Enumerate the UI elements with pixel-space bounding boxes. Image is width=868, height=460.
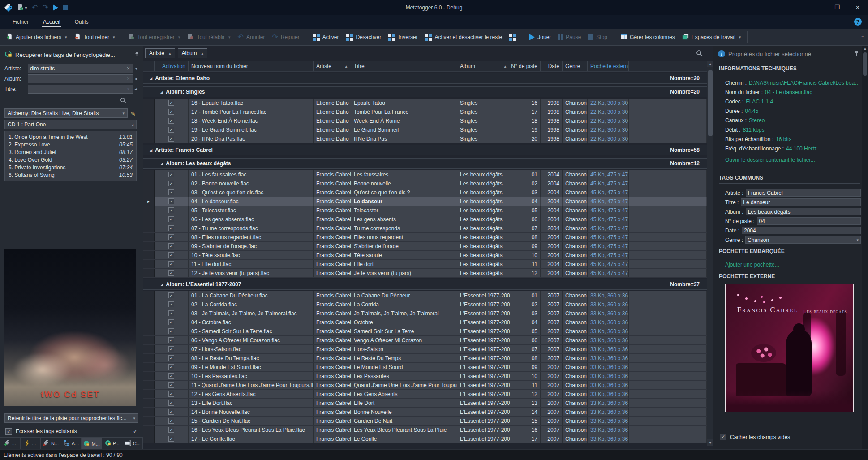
activation-checkbox[interactable]: ✓ <box>168 243 174 249</box>
activation-checkbox[interactable]: ✓ <box>168 100 174 106</box>
cover-link[interactable]: 33 Ko, 360 x 360 <box>590 328 629 335</box>
track-list-item[interactable]: 5. Private Investigations07:34 <box>9 163 133 171</box>
column-header-activation[interactable]: Activation <box>155 61 189 71</box>
disc-selector[interactable]: CD 1 : Part One◂ <box>4 120 137 129</box>
activation-checkbox[interactable]: ✓ <box>168 400 174 406</box>
activation-checkbox[interactable]: ✓ <box>168 198 174 204</box>
save-quick-button[interactable]: ▾ <box>17 3 27 13</box>
table-row[interactable]: ✓05 - Samedi Soir Sur La Terre.flacFranc… <box>143 327 707 336</box>
column-header-album[interactable]: Album▲ <box>457 61 510 71</box>
cover-link[interactable]: 45 Ko, 475 x 475 <box>590 189 629 196</box>
expander-icon[interactable]: ◢ <box>150 148 152 152</box>
hide-empty-fields-checkbox[interactable]: ✓ <box>720 434 726 440</box>
activation-checkbox[interactable]: ✓ <box>168 418 174 424</box>
tool-tab-5[interactable]: P... <box>102 438 123 449</box>
cover-link[interactable]: 45 Ko, 475 x 475 <box>590 234 629 241</box>
scroll-up-icon[interactable]: ▲ <box>707 61 713 67</box>
table-row[interactable]: ✓16 - Epaule Tatoo.flacEtienne DahoEpaul… <box>143 99 707 107</box>
cover-link[interactable]: 22 Ko, 300 x 300 <box>590 127 629 133</box>
activation-checkbox[interactable]: ✓ <box>168 252 174 258</box>
table-row[interactable]: ✓17 - Tombé Pour La France.flacEtienne D… <box>143 107 707 116</box>
table-row[interactable]: ✓11 - Elle dort.flacFrancis CabrelElle d… <box>143 260 707 269</box>
cover-link[interactable]: 33 Ko, 360 x 360 <box>590 400 629 406</box>
cover-link[interactable]: 33 Ko, 360 x 360 <box>590 337 629 344</box>
undo-quick-button[interactable]: ↶ <box>32 3 38 13</box>
activation-checkbox[interactable]: ✓ <box>168 207 174 213</box>
activate-button[interactable]: Activer <box>309 32 343 43</box>
table-row[interactable]: ✓16 - Les Yeux Bleus Pleurant Sous La Pl… <box>143 426 707 434</box>
activation-checkbox[interactable]: ✓ <box>168 337 174 343</box>
scrollbar-thumb[interactable] <box>708 70 713 136</box>
pin-icon[interactable] <box>854 50 859 57</box>
group-chip-artiste[interactable]: Artiste▴ <box>145 48 175 58</box>
tool-tab-3[interactable]: A... <box>61 438 82 449</box>
activation-checkbox[interactable]: ✓ <box>168 319 174 325</box>
grid-search-icon[interactable] <box>696 50 703 58</box>
activation-checkbox[interactable]: ✓ <box>168 409 174 415</box>
column-header-date[interactable]: Date <box>541 61 563 71</box>
tag-input-album[interactable]: Les beaux dégâts <box>746 208 861 215</box>
activation-checkbox[interactable]: ✓ <box>168 172 174 177</box>
chevron-left-icon[interactable]: ◂ <box>133 86 138 91</box>
activation-checkbox[interactable]: ✓ <box>168 109 174 115</box>
group-header-album[interactable]: ◢Album: L'Essentiel 1977-2007Nombre=37 <box>143 278 707 291</box>
apply-check-icon[interactable]: ✓ <box>133 428 138 434</box>
ribbon-collapse-icon[interactable]: ⌄ <box>861 33 864 38</box>
group-chip-album[interactable]: Album▴ <box>178 48 208 58</box>
column-header-title[interactable]: Titre <box>351 61 457 71</box>
tag-input-date[interactable]: 2004 <box>742 227 861 234</box>
group-header-album[interactable]: ◢Album: Les beaux dégâtsNombre=12 <box>143 157 707 170</box>
activation-checkbox[interactable]: ✓ <box>168 234 174 240</box>
menu-tab-outils[interactable]: Outils <box>68 16 96 29</box>
minimize-button[interactable]: — <box>806 0 827 15</box>
redo-quick-button[interactable]: ↷ <box>42 3 48 13</box>
scroll-down-icon[interactable]: ▼ <box>707 439 713 446</box>
tool-tab-6[interactable]: C... <box>122 438 143 449</box>
table-row[interactable]: ✓08 - Elles nous regardent.flacFrancis C… <box>143 233 707 242</box>
table-row[interactable]: ✓10 - Tête saoule.flacFrancis CabrelTête… <box>143 251 707 260</box>
activation-checkbox[interactable]: ✓ <box>168 270 174 276</box>
cover-link[interactable]: 45 Ko, 475 x 475 <box>590 225 629 232</box>
cover-link[interactable]: 33 Ko, 360 x 360 <box>590 391 629 397</box>
chevron-left-icon[interactable]: ◂ <box>133 76 138 81</box>
play-quick-button[interactable] <box>53 3 58 13</box>
track-list-item[interactable]: 3. Romeo and Juliet08:17 <box>9 148 133 156</box>
cover-link[interactable]: 33 Ko, 360 x 360 <box>590 292 629 299</box>
activation-checkbox[interactable]: ✓ <box>168 181 174 186</box>
activation-checkbox[interactable]: ✓ <box>168 301 174 307</box>
group-header-artist[interactable]: ◢Artiste: Francis CabrelNombre=58 <box>143 143 707 157</box>
table-row[interactable]: ✓08 - Le Reste Du Temps.flacFrancis Cabr… <box>143 354 707 363</box>
table-row[interactable]: ✓07 - Tu me corresponds.flacFrancis Cabr… <box>143 224 707 233</box>
column-header-track[interactable]: N° de piste <box>510 61 541 71</box>
column-header-genre[interactable]: Genre <box>563 61 588 71</box>
add-cover-link[interactable]: Ajouter une pochette... <box>725 262 779 268</box>
overwrite-tags-checkbox[interactable]: ✓ <box>5 428 12 435</box>
cover-link[interactable]: 33 Ko, 360 x 360 <box>590 319 629 326</box>
scrollbar-thumb[interactable] <box>863 52 867 76</box>
manage-columns-button[interactable]: Gérer les colonnes <box>617 31 679 43</box>
panel-scrollbar[interactable]: ▲ <box>862 46 868 449</box>
field-input-titre[interactable]: × <box>28 85 133 94</box>
cover-link[interactable]: 33 Ko, 360 x 360 <box>590 301 629 308</box>
group-header-album[interactable]: ◢Album: SinglesNombre=20 <box>143 85 707 99</box>
clear-icon[interactable]: × <box>126 65 131 72</box>
cover-link[interactable]: 45 Ko, 475 x 475 <box>590 243 629 249</box>
release-selector[interactable]: Alchemy: Dire Straits Live, Dire Straits… <box>4 108 128 118</box>
activation-checkbox[interactable]: ✓ <box>168 364 174 370</box>
table-row[interactable]: ✓02 - La Corrida.flacFrancis CabrelLa Co… <box>143 300 707 309</box>
tag-input-ndepiste[interactable]: 04 <box>757 217 861 225</box>
maximize-button[interactable]: ❐ <box>827 0 847 15</box>
cover-link[interactable]: 33 Ko, 360 x 360 <box>590 373 629 379</box>
external-cover-image[interactable]: Francis Cabrel Les beaux dégâts <box>725 284 854 412</box>
toggle-grid-button[interactable] <box>506 32 520 43</box>
cover-link[interactable]: 45 Ko, 475 x 475 <box>590 172 629 178</box>
tool-tab-4[interactable]: M... <box>82 438 102 449</box>
activation-checkbox[interactable]: ✓ <box>168 189 174 195</box>
cover-link[interactable]: 45 Ko, 475 x 475 <box>590 252 629 258</box>
cover-link[interactable]: 45 Ko, 475 x 475 <box>590 261 629 267</box>
close-button[interactable]: × <box>847 0 868 15</box>
play-button[interactable]: Jouer <box>526 32 554 42</box>
table-row[interactable]: ✓11 - Quand J'aime Une Fois J'aime Pour … <box>143 381 707 390</box>
table-row[interactable]: ✓13 - Elle Dort.flacFrancis CabrelElle D… <box>143 399 707 408</box>
tool-tab-0[interactable]: ... <box>0 438 21 449</box>
